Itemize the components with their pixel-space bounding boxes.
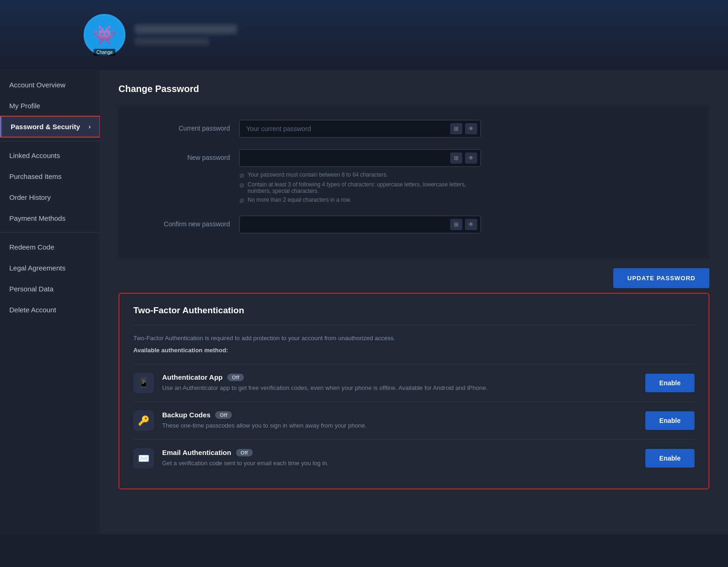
new-password-toggle-btn[interactable]: 👁 — [465, 152, 477, 164]
update-password-button[interactable]: UPDATE PASSWORD — [613, 268, 709, 288]
confirm-password-label: Confirm new password — [137, 216, 230, 228]
twofa-available-label: Available authentication method: — [133, 346, 695, 355]
update-btn-row: UPDATE PASSWORD — [118, 268, 709, 288]
avatar-change-label[interactable]: Change — [93, 49, 115, 56]
method-info-authenticator-app: Authenticator App Off Use an Authenticat… — [162, 373, 637, 393]
sidebar-item-label: Linked Accounts — [9, 152, 60, 159]
new-password-row: New password ⊞ 👁 ⊘Your password must con… — [137, 149, 691, 204]
method-desc-email-authentication: Get a verification code sent to your ema… — [162, 459, 637, 468]
sidebar-item-account-overview[interactable]: Account Overview — [0, 74, 100, 95]
method-name-authenticator-app: Authenticator App — [162, 373, 223, 381]
hint-item-0: ⊘Your password must contain between 8 to… — [239, 171, 481, 179]
confirm-password-input-wrap: ⊞ 👁 — [239, 216, 481, 233]
enable-button-backup-codes[interactable]: Enable — [645, 411, 695, 430]
twofa-description: Two-Factor Authentication is required to… — [133, 334, 695, 343]
method-row-authenticator-app: 📱 Authenticator App Off Use an Authentic… — [133, 364, 695, 402]
confirm-password-toggle-btn[interactable]: 👁 — [465, 219, 477, 230]
method-badge-backup-codes: Off — [215, 411, 232, 419]
hint-item-1: ⊘Contain at least 3 of following 4 types… — [239, 181, 481, 194]
sidebar-item-delete-account[interactable]: Delete Account — [0, 299, 100, 320]
confirm-password-row: Confirm new password ⊞ 👁 — [137, 216, 691, 233]
new-password-icons: ⊞ 👁 — [450, 152, 477, 164]
method-icon-authenticator-app: 📱 — [133, 373, 154, 393]
twofa-title: Two-Factor Authentication — [133, 305, 695, 316]
method-desc-backup-codes: These one-time passcodes allow you to si… — [162, 421, 637, 430]
method-badge-email-authentication: Off — [236, 449, 253, 456]
hint-text: No more than 2 equal characters in a row… — [248, 197, 351, 203]
change-password-title: Change Password — [118, 84, 709, 94]
sidebar-item-label: Personal Data — [9, 285, 53, 293]
method-info-email-authentication: Email Authentication Off Get a verificat… — [162, 448, 637, 468]
sidebar-divider — [0, 141, 100, 141]
sidebar-item-linked-accounts[interactable]: Linked Accounts — [0, 145, 100, 166]
sidebar-item-label: Account Overview — [9, 81, 66, 89]
sidebar-item-label: Legal Agreements — [9, 264, 66, 272]
method-info-backup-codes: Backup Codes Off These one-time passcode… — [162, 411, 637, 430]
hint-check-icon: ⊘ — [239, 182, 244, 189]
current-password-copy-btn[interactable]: ⊞ — [450, 123, 462, 134]
sidebar-item-password-security[interactable]: Password & Security› — [0, 116, 100, 137]
method-name-backup-codes: Backup Codes — [162, 411, 210, 419]
hint-check-icon: ⊘ — [239, 172, 244, 179]
method-row-backup-codes: 🔑 Backup Codes Off These one-time passco… — [133, 402, 695, 439]
sidebar-item-label: Payment Methods — [9, 214, 66, 222]
confirm-password-field-wrap: ⊞ 👁 — [239, 216, 481, 233]
main-content: Change Password Current password ⊞ 👁 — [100, 70, 728, 534]
header-email — [135, 38, 209, 45]
twofa-section: Two-Factor Authentication Two-Factor Aut… — [118, 293, 709, 489]
current-password-toggle-btn[interactable]: 👁 — [465, 123, 477, 134]
sidebar-item-redeem-code[interactable]: Redeem Code — [0, 237, 100, 257]
enable-button-authenticator-app[interactable]: Enable — [645, 374, 695, 392]
sidebar-item-personal-data[interactable]: Personal Data — [0, 278, 100, 299]
sidebar-item-my-profile[interactable]: My Profile — [0, 95, 100, 116]
current-password-label: Current password — [137, 120, 230, 132]
chevron-right-icon: › — [89, 124, 91, 130]
method-name-email-authentication: Email Authentication — [162, 448, 231, 456]
hint-item-2: ⊘No more than 2 equal characters in a ro… — [239, 197, 481, 204]
current-password-input-wrap: ⊞ 👁 — [239, 120, 481, 138]
current-password-input[interactable] — [239, 120, 481, 138]
current-password-icons: ⊞ 👁 — [450, 123, 477, 134]
hint-text: Contain at least 3 of following 4 types … — [248, 181, 481, 194]
sidebar-item-label: Purchased Items — [9, 172, 62, 180]
confirm-password-icons: ⊞ 👁 — [450, 219, 477, 230]
hint-check-icon: ⊘ — [239, 197, 244, 204]
sidebar-item-label: Password & Security — [11, 123, 80, 131]
method-row-email-authentication: ✉️ Email Authentication Off Get a verifi… — [133, 439, 695, 477]
method-name-row-email-authentication: Email Authentication Off — [162, 448, 637, 456]
sidebar-item-order-history[interactable]: Order History — [0, 187, 100, 208]
current-password-field-wrap: ⊞ 👁 — [239, 120, 481, 138]
sidebar-item-purchased-items[interactable]: Purchased Items — [0, 166, 100, 187]
enable-button-email-authentication[interactable]: Enable — [645, 449, 695, 468]
new-password-field-wrap: ⊞ 👁 ⊘Your password must contain between … — [239, 149, 481, 204]
hint-text: Your password must contain between 8 to … — [248, 171, 388, 178]
method-name-row-authenticator-app: Authenticator App Off — [162, 373, 637, 381]
current-password-row: Current password ⊞ 👁 — [137, 120, 691, 138]
confirm-password-copy-btn[interactable]: ⊞ — [450, 219, 462, 230]
sidebar-item-label: Redeem Code — [9, 243, 54, 251]
new-password-input-wrap: ⊞ 👁 — [239, 149, 481, 167]
password-form: Current password ⊞ 👁 New password — [118, 106, 709, 259]
sidebar-divider — [0, 232, 100, 233]
new-password-copy-btn[interactable]: ⊞ — [450, 152, 462, 164]
avatar-container[interactable]: 👾 Change — [84, 14, 125, 56]
sidebar-item-label: Order History — [9, 193, 51, 201]
sidebar-item-legal-agreements[interactable]: Legal Agreements — [0, 257, 100, 278]
new-password-label: New password — [137, 149, 230, 161]
main-layout: Account OverviewMy ProfilePassword & Sec… — [0, 70, 728, 534]
twofa-methods: 📱 Authenticator App Off Use an Authentic… — [133, 364, 695, 477]
confirm-password-input[interactable] — [239, 216, 481, 233]
method-badge-authenticator-app: Off — [227, 374, 244, 381]
method-icon-backup-codes: 🔑 — [133, 410, 154, 431]
sidebar-item-payment-methods[interactable]: Payment Methods — [0, 208, 100, 229]
avatar-icon: 👾 — [93, 24, 116, 46]
sidebar-item-label: My Profile — [9, 102, 40, 110]
sidebar-item-label: Delete Account — [9, 306, 56, 314]
password-hints: ⊘Your password must contain between 8 to… — [239, 171, 481, 204]
header-username — [135, 25, 237, 34]
new-password-input[interactable] — [239, 149, 481, 167]
header: 👾 Change — [0, 0, 728, 70]
method-name-row-backup-codes: Backup Codes Off — [162, 411, 637, 419]
header-user-info — [135, 25, 237, 45]
twofa-divider — [133, 325, 695, 325]
